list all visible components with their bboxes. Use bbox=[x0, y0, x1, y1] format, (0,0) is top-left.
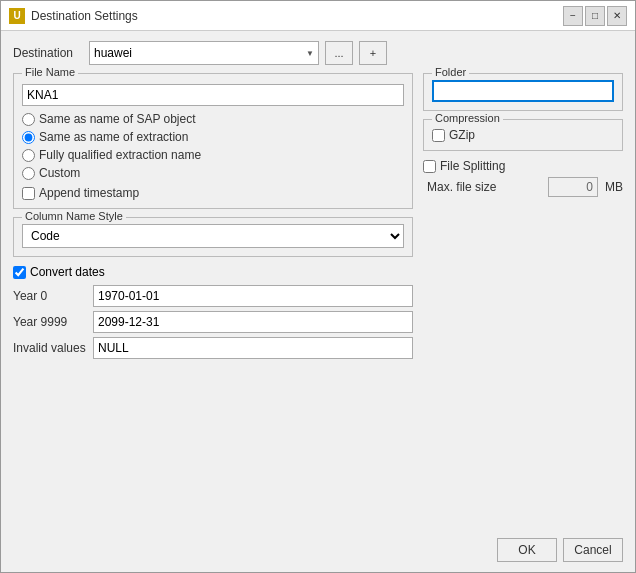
radio-custom-label[interactable]: Custom bbox=[22, 166, 404, 180]
compression-title: Compression bbox=[432, 112, 503, 124]
radio-extraction-input[interactable] bbox=[22, 131, 35, 144]
destination-dropdown[interactable]: huawei ▼ bbox=[89, 41, 319, 65]
append-timestamp-checkbox[interactable] bbox=[22, 187, 35, 200]
year0-row: Year 0 bbox=[13, 285, 413, 307]
mb-unit: MB bbox=[605, 180, 623, 194]
folder-group: Folder bbox=[423, 73, 623, 111]
convert-dates-header: Convert dates bbox=[13, 265, 413, 279]
year0-input[interactable] bbox=[93, 285, 413, 307]
gzip-label[interactable]: GZip bbox=[432, 128, 614, 142]
column-name-dropdown[interactable]: Code Name bbox=[22, 224, 404, 248]
filename-input[interactable] bbox=[22, 84, 404, 106]
max-file-label: Max. file size bbox=[427, 180, 544, 194]
invalid-values-row: Invalid values bbox=[13, 337, 413, 359]
radio-custom-input[interactable] bbox=[22, 167, 35, 180]
ok-button[interactable]: OK bbox=[497, 538, 557, 562]
radio-extraction-text: Same as name of extraction bbox=[39, 130, 188, 144]
destination-settings-window: U Destination Settings − □ ✕ Destination… bbox=[0, 0, 636, 573]
destination-value: huawei bbox=[94, 46, 132, 60]
destination-row: Destination huawei ▼ ... + bbox=[13, 41, 623, 65]
radio-qualified-input[interactable] bbox=[22, 149, 35, 162]
column-name-title: Column Name Style bbox=[22, 210, 126, 222]
max-file-input[interactable] bbox=[548, 177, 598, 197]
radio-extraction-label[interactable]: Same as name of extraction bbox=[22, 130, 404, 144]
filename-input-wrapper bbox=[22, 84, 404, 106]
radio-qualified-text: Fully qualified extraction name bbox=[39, 148, 201, 162]
add-button[interactable]: + bbox=[359, 41, 387, 65]
browse-button[interactable]: ... bbox=[325, 41, 353, 65]
year0-label: Year 0 bbox=[13, 289, 93, 303]
destination-label: Destination bbox=[13, 46, 83, 60]
year9999-input[interactable] bbox=[93, 311, 413, 333]
year9999-row: Year 9999 bbox=[13, 311, 413, 333]
main-area: File Name Same as name of SAP object Sam… bbox=[13, 73, 623, 522]
close-button[interactable]: ✕ bbox=[607, 6, 627, 26]
minimize-button[interactable]: − bbox=[563, 6, 583, 26]
footer: OK Cancel bbox=[1, 532, 635, 572]
left-panel: File Name Same as name of SAP object Sam… bbox=[13, 73, 413, 522]
dropdown-arrow-icon: ▼ bbox=[306, 49, 314, 58]
folder-input[interactable] bbox=[432, 80, 614, 102]
convert-dates-label: Convert dates bbox=[30, 265, 105, 279]
right-panel: Folder Compression GZip File Splitting bbox=[423, 73, 623, 522]
append-timestamp-text: Append timestamp bbox=[39, 186, 139, 200]
invalid-values-input[interactable] bbox=[93, 337, 413, 359]
file-splitting-checkbox[interactable] bbox=[423, 160, 436, 173]
radio-sap-text: Same as name of SAP object bbox=[39, 112, 196, 126]
app-icon: U bbox=[9, 8, 25, 24]
title-bar: U Destination Settings − □ ✕ bbox=[1, 1, 635, 31]
radio-qualified-label[interactable]: Fully qualified extraction name bbox=[22, 148, 404, 162]
title-bar-buttons: − □ ✕ bbox=[563, 6, 627, 26]
cancel-button[interactable]: Cancel bbox=[563, 538, 623, 562]
radio-sap-input[interactable] bbox=[22, 113, 35, 126]
convert-dates-section: Convert dates Year 0 Year 9999 Invalid v… bbox=[13, 265, 413, 363]
gzip-checkbox[interactable] bbox=[432, 129, 445, 142]
content-area: Destination huawei ▼ ... + File Name bbox=[1, 31, 635, 532]
window-title: Destination Settings bbox=[31, 9, 563, 23]
compression-group: Compression GZip bbox=[423, 119, 623, 151]
file-splitting-section: File Splitting Max. file size MB bbox=[423, 159, 623, 197]
file-splitting-header: File Splitting bbox=[423, 159, 623, 173]
radio-custom-text: Custom bbox=[39, 166, 80, 180]
column-name-group: Column Name Style Code Name bbox=[13, 217, 413, 257]
invalid-values-label: Invalid values bbox=[13, 341, 93, 355]
max-file-row: Max. file size MB bbox=[423, 177, 623, 197]
maximize-button[interactable]: □ bbox=[585, 6, 605, 26]
folder-title: Folder bbox=[432, 66, 469, 78]
file-name-group: File Name Same as name of SAP object Sam… bbox=[13, 73, 413, 209]
file-name-group-title: File Name bbox=[22, 66, 78, 78]
append-timestamp-label[interactable]: Append timestamp bbox=[22, 186, 404, 200]
convert-dates-checkbox[interactable] bbox=[13, 266, 26, 279]
file-splitting-label: File Splitting bbox=[440, 159, 505, 173]
radio-group: Same as name of SAP object Same as name … bbox=[22, 112, 404, 180]
year9999-label: Year 9999 bbox=[13, 315, 93, 329]
gzip-text: GZip bbox=[449, 128, 475, 142]
radio-sap-label[interactable]: Same as name of SAP object bbox=[22, 112, 404, 126]
